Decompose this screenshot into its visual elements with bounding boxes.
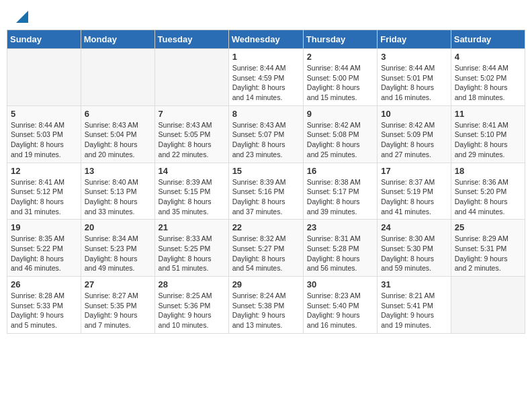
day-number: 31 [381, 279, 447, 289]
calendar-cell: 3Sunrise: 8:44 AM Sunset: 5:01 PM Daylig… [378, 49, 451, 106]
calendar-cell: 24Sunrise: 8:30 AM Sunset: 5:30 PM Dayli… [378, 220, 451, 277]
day-info: Sunrise: 8:44 AM Sunset: 5:03 PM Dayligh… [11, 120, 77, 160]
weekday-header-friday: Friday [378, 30, 451, 49]
day-number: 26 [11, 279, 77, 289]
day-info: Sunrise: 8:42 AM Sunset: 5:08 PM Dayligh… [307, 120, 373, 160]
calendar-cell: 12Sunrise: 8:41 AM Sunset: 5:12 PM Dayli… [7, 163, 81, 220]
day-number: 19 [11, 222, 77, 232]
calendar-table: SundayMondayTuesdayWednesdayThursdayFrid… [7, 30, 525, 334]
day-number: 13 [85, 166, 151, 176]
calendar-cell: 11Sunrise: 8:41 AM Sunset: 5:10 PM Dayli… [451, 105, 525, 163]
day-number: 11 [455, 109, 521, 119]
day-number: 3 [381, 52, 447, 62]
day-number: 14 [159, 166, 225, 176]
day-info: Sunrise: 8:41 AM Sunset: 5:10 PM Dayligh… [455, 120, 521, 160]
calendar-cell: 16Sunrise: 8:38 AM Sunset: 5:17 PM Dayli… [303, 163, 377, 220]
day-info: Sunrise: 8:23 AM Sunset: 5:40 PM Dayligh… [307, 291, 373, 330]
calendar-cell: 23Sunrise: 8:31 AM Sunset: 5:28 PM Dayli… [303, 220, 377, 277]
logo [13, 11, 28, 24]
day-number: 12 [11, 166, 77, 176]
calendar-cell: 21Sunrise: 8:33 AM Sunset: 5:25 PM Dayli… [154, 220, 228, 277]
day-info: Sunrise: 8:39 AM Sunset: 5:15 PM Dayligh… [159, 177, 225, 217]
logo-icon [16, 11, 28, 23]
calendar-cell: 9Sunrise: 8:42 AM Sunset: 5:08 PM Daylig… [303, 105, 377, 163]
day-number: 5 [11, 109, 77, 119]
calendar-cell: 22Sunrise: 8:32 AM Sunset: 5:27 PM Dayli… [228, 220, 303, 277]
day-info: Sunrise: 8:32 AM Sunset: 5:27 PM Dayligh… [232, 234, 300, 273]
day-number: 2 [307, 52, 373, 62]
day-info: Sunrise: 8:38 AM Sunset: 5:17 PM Dayligh… [307, 177, 373, 217]
day-info: Sunrise: 8:30 AM Sunset: 5:30 PM Dayligh… [381, 234, 447, 273]
day-info: Sunrise: 8:44 AM Sunset: 5:02 PM Dayligh… [455, 63, 521, 103]
calendar-cell: 7Sunrise: 8:43 AM Sunset: 5:05 PM Daylig… [154, 105, 228, 163]
calendar-cell: 13Sunrise: 8:40 AM Sunset: 5:13 PM Dayli… [81, 163, 154, 220]
day-info: Sunrise: 8:34 AM Sunset: 5:23 PM Dayligh… [85, 234, 151, 273]
weekday-header-tuesday: Tuesday [154, 30, 228, 49]
day-info: Sunrise: 8:36 AM Sunset: 5:20 PM Dayligh… [455, 177, 521, 217]
calendar-cell [451, 277, 525, 334]
calendar-cell: 1Sunrise: 8:44 AM Sunset: 4:59 PM Daylig… [228, 49, 303, 106]
calendar-cell: 30Sunrise: 8:23 AM Sunset: 5:40 PM Dayli… [303, 277, 377, 334]
calendar-cell: 27Sunrise: 8:27 AM Sunset: 5:35 PM Dayli… [81, 277, 154, 334]
calendar-cell: 8Sunrise: 8:43 AM Sunset: 5:07 PM Daylig… [228, 105, 303, 163]
day-number: 1 [232, 52, 300, 62]
calendar-cell: 28Sunrise: 8:25 AM Sunset: 5:36 PM Dayli… [154, 277, 228, 334]
day-number: 22 [232, 222, 300, 232]
day-info: Sunrise: 8:33 AM Sunset: 5:25 PM Dayligh… [159, 234, 225, 273]
day-number: 23 [307, 222, 373, 232]
day-info: Sunrise: 8:44 AM Sunset: 4:59 PM Dayligh… [232, 63, 300, 103]
day-number: 16 [307, 166, 373, 176]
day-info: Sunrise: 8:28 AM Sunset: 5:33 PM Dayligh… [11, 291, 77, 330]
day-number: 20 [85, 222, 151, 232]
day-info: Sunrise: 8:21 AM Sunset: 5:41 PM Dayligh… [381, 291, 447, 330]
day-number: 17 [381, 166, 447, 176]
day-info: Sunrise: 8:29 AM Sunset: 5:31 PM Dayligh… [455, 234, 521, 273]
calendar-week-4: 19Sunrise: 8:35 AM Sunset: 5:22 PM Dayli… [7, 220, 525, 277]
calendar-week-5: 26Sunrise: 8:28 AM Sunset: 5:33 PM Dayli… [7, 277, 525, 334]
day-info: Sunrise: 8:25 AM Sunset: 5:36 PM Dayligh… [159, 291, 225, 330]
day-number: 30 [307, 279, 373, 289]
calendar-cell: 5Sunrise: 8:44 AM Sunset: 5:03 PM Daylig… [7, 105, 81, 163]
day-number: 9 [307, 109, 373, 119]
calendar-cell: 15Sunrise: 8:39 AM Sunset: 5:16 PM Dayli… [228, 163, 303, 220]
day-info: Sunrise: 8:44 AM Sunset: 5:01 PM Dayligh… [381, 63, 447, 103]
calendar-week-2: 5Sunrise: 8:44 AM Sunset: 5:03 PM Daylig… [7, 105, 525, 163]
day-number: 21 [159, 222, 225, 232]
calendar-cell: 17Sunrise: 8:37 AM Sunset: 5:19 PM Dayli… [378, 163, 451, 220]
calendar-week-1: 1Sunrise: 8:44 AM Sunset: 4:59 PM Daylig… [7, 49, 525, 106]
day-number: 4 [455, 52, 521, 62]
weekday-header-monday: Monday [81, 30, 154, 49]
day-info: Sunrise: 8:41 AM Sunset: 5:12 PM Dayligh… [11, 177, 77, 217]
day-info: Sunrise: 8:44 AM Sunset: 5:00 PM Dayligh… [307, 63, 373, 103]
calendar-cell: 19Sunrise: 8:35 AM Sunset: 5:22 PM Dayli… [7, 220, 81, 277]
calendar-cell: 26Sunrise: 8:28 AM Sunset: 5:33 PM Dayli… [7, 277, 81, 334]
weekday-header-sunday: Sunday [7, 30, 81, 49]
day-info: Sunrise: 8:27 AM Sunset: 5:35 PM Dayligh… [85, 291, 151, 330]
page-header [0, 0, 532, 30]
calendar-week-3: 12Sunrise: 8:41 AM Sunset: 5:12 PM Dayli… [7, 163, 525, 220]
day-info: Sunrise: 8:40 AM Sunset: 5:13 PM Dayligh… [85, 177, 151, 217]
calendar-cell: 6Sunrise: 8:43 AM Sunset: 5:04 PM Daylig… [81, 105, 154, 163]
day-info: Sunrise: 8:43 AM Sunset: 5:07 PM Dayligh… [232, 120, 300, 160]
calendar-cell: 4Sunrise: 8:44 AM Sunset: 5:02 PM Daylig… [451, 49, 525, 106]
calendar-cell [154, 49, 228, 106]
day-info: Sunrise: 8:39 AM Sunset: 5:16 PM Dayligh… [232, 177, 300, 217]
calendar-cell: 25Sunrise: 8:29 AM Sunset: 5:31 PM Dayli… [451, 220, 525, 277]
calendar-cell: 29Sunrise: 8:24 AM Sunset: 5:38 PM Dayli… [228, 277, 303, 334]
weekday-header-thursday: Thursday [303, 30, 377, 49]
calendar-cell: 10Sunrise: 8:42 AM Sunset: 5:09 PM Dayli… [378, 105, 451, 163]
day-number: 18 [455, 166, 521, 176]
calendar-cell: 2Sunrise: 8:44 AM Sunset: 5:00 PM Daylig… [303, 49, 377, 106]
day-info: Sunrise: 8:31 AM Sunset: 5:28 PM Dayligh… [307, 234, 373, 273]
calendar-cell: 31Sunrise: 8:21 AM Sunset: 5:41 PM Dayli… [378, 277, 451, 334]
day-number: 6 [85, 109, 151, 119]
calendar-cell: 20Sunrise: 8:34 AM Sunset: 5:23 PM Dayli… [81, 220, 154, 277]
day-info: Sunrise: 8:43 AM Sunset: 5:04 PM Dayligh… [85, 120, 151, 160]
day-number: 27 [85, 279, 151, 289]
day-info: Sunrise: 8:42 AM Sunset: 5:09 PM Dayligh… [381, 120, 447, 160]
calendar-cell [81, 49, 154, 106]
day-info: Sunrise: 8:24 AM Sunset: 5:38 PM Dayligh… [232, 291, 300, 330]
day-number: 8 [232, 109, 300, 119]
weekday-header-row: SundayMondayTuesdayWednesdayThursdayFrid… [7, 30, 525, 49]
weekday-header-saturday: Saturday [451, 30, 525, 49]
